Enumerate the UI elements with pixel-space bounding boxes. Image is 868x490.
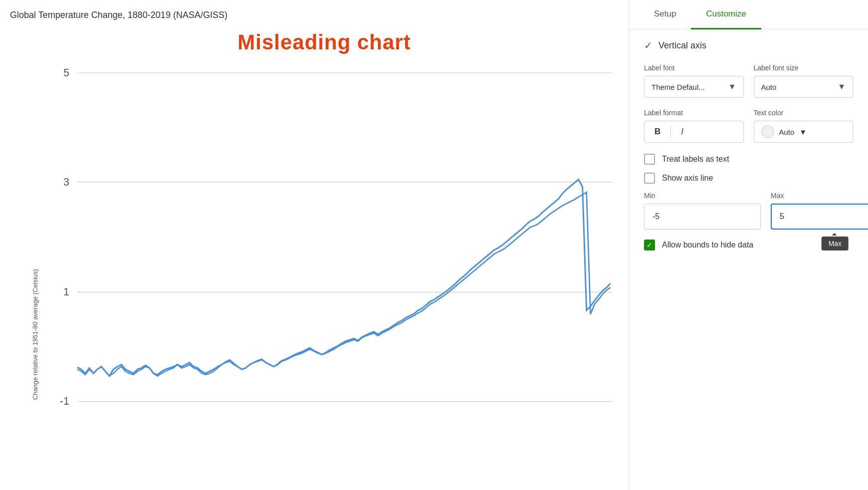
tab-setup[interactable]: Setup [639,0,691,29]
allow-bounds-checkbox[interactable]: ✓ [644,240,655,250]
settings-panel: Setup Customize ✓ Vertical axis Label fo… [629,0,868,490]
allow-bounds-label: Allow bounds to hide data [662,241,753,249]
section-header-vertical-axis[interactable]: ✓ Vertical axis [644,39,853,51]
max-group: Max Max [771,192,868,230]
treat-labels-row: Treat labels as text [644,154,853,165]
chart-area: Global Temperature Change, 1880-2019 (NA… [0,0,629,490]
min-input[interactable] [644,204,761,230]
svg-text:3: 3 [63,176,69,188]
chevron-down-icon: ▼ [838,82,846,91]
section-title: Vertical axis [658,40,706,51]
y-axis-label: Change relative to 1951-80 average (Cels… [30,59,40,490]
show-axis-line-label: Show axis line [662,174,713,183]
show-axis-line-row: Show axis line [644,173,853,184]
label-font-row: Label font Theme Defaul... ▼ Label font … [644,64,853,98]
min-max-row: Min Max Max [644,192,853,230]
label-font-label: Label font [644,64,744,72]
max-input[interactable] [771,204,868,230]
text-color-dropdown[interactable]: Auto ▼ [754,121,854,143]
max-tooltip: Max [822,237,849,250]
text-color-group: Text color Auto ▼ [754,109,854,143]
label-font-group: Label font Theme Defaul... ▼ [644,64,744,98]
bold-button[interactable]: B [651,125,664,139]
chart-title: Global Temperature Change, 1880-2019 (NA… [10,10,619,20]
svg-text:-1: -1 [60,395,69,407]
panel-tabs: Setup Customize [629,0,868,29]
svg-text:5: 5 [63,67,69,79]
treat-labels-label: Treat labels as text [662,155,729,164]
min-group: Min [644,192,761,230]
format-buttons: B I [644,121,744,143]
panel-content: ✓ Vertical axis Label font Theme Defaul.… [629,29,868,490]
chevron-down-icon: ▼ [799,128,807,136]
treat-labels-checkbox[interactable] [644,154,655,165]
chart-main-title: Misleading chart [30,30,619,54]
chart-container: Change relative to 1951-80 average (Cels… [30,59,619,490]
chart-inner: 5 3 1 -1 -3 -5 1900 1925 19 [44,59,619,490]
italic-button[interactable]: I [677,125,687,139]
label-font-size-label: Label font size [754,64,854,72]
chart-svg: 5 3 1 -1 -3 -5 1900 1925 19 [44,59,619,490]
tab-customize[interactable]: Customize [691,0,761,29]
format-divider [670,126,671,137]
color-circle [761,125,774,138]
chevron-down-icon: ▼ [728,82,736,91]
max-label: Max [771,192,868,200]
svg-text:1: 1 [63,286,69,298]
label-format-group: Label format B I [644,109,744,143]
label-font-dropdown[interactable]: Theme Defaul... ▼ [644,76,744,98]
text-color-label: Text color [754,109,854,117]
label-font-size-dropdown[interactable]: Auto ▼ [754,76,854,98]
chevron-down-icon: ✓ [644,39,652,51]
label-font-value: Theme Defaul... [651,83,705,91]
label-font-size-group: Label font size Auto ▼ [754,64,854,98]
show-axis-line-checkbox[interactable] [644,173,655,184]
min-label: Min [644,192,761,200]
label-format-label: Label format [644,109,744,117]
label-format-row: Label format B I Text color Auto ▼ [644,109,853,143]
label-font-size-value: Auto [761,83,777,91]
text-color-value: Auto [779,128,795,136]
